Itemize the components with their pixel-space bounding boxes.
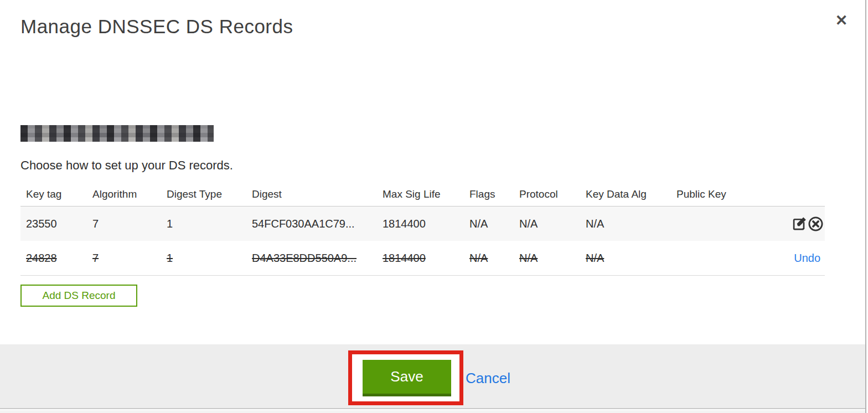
column-header-key-data-alg: Key Data Alg [580, 188, 671, 200]
cell-protocol: N/A [514, 218, 580, 230]
footer-bottom-strip [0, 410, 865, 413]
cell-flags: N/A [464, 252, 514, 265]
column-header-digest-type: Digest Type [161, 188, 246, 200]
cell-key-data-alg: N/A [580, 218, 671, 230]
close-icon[interactable]: ✕ [832, 11, 851, 30]
cell-max-sig-life: 1814400 [377, 218, 464, 230]
column-header-flags: Flags [464, 188, 514, 200]
save-button[interactable]: Save [363, 360, 451, 396]
annotation-highlight-box: Save [348, 350, 463, 405]
table-row-deleted: 24828 7 1 D4A33E8DD550A9... 1814400 N/A … [20, 241, 825, 276]
column-header-public-key: Public Key [671, 188, 786, 200]
instruction-text: Choose how to set up your DS records. [20, 158, 233, 173]
column-header-max-sig-life: Max Sig Life [377, 188, 464, 200]
column-header-algorithm: Algorithm [87, 188, 161, 200]
column-header-protocol: Protocol [514, 188, 580, 200]
edit-icon[interactable] [792, 216, 808, 232]
table-row: 23550 7 1 54FCF030AA1C79... 1814400 N/A … [20, 206, 825, 241]
cell-key-tag: 24828 [20, 252, 87, 265]
cell-digest: 54FCF030AA1C79... [246, 218, 377, 230]
delete-icon[interactable] [808, 216, 824, 232]
cell-digest: D4A33E8DD550A9... [246, 252, 377, 265]
cell-key-data-alg: N/A [580, 252, 671, 265]
cell-key-tag: 23550 [20, 218, 87, 230]
manage-dnssec-dialog: Manage DNSSEC DS Records ✕ Choose how to… [0, 0, 866, 413]
add-ds-record-button[interactable]: Add DS Record [20, 285, 137, 307]
cell-digest-type: 1 [161, 218, 246, 230]
cell-max-sig-life: 1814400 [377, 252, 464, 265]
cell-algorithm: 7 [87, 252, 161, 265]
redacted-domain-name [20, 125, 214, 142]
cell-algorithm: 7 [87, 218, 161, 230]
cell-digest-type: 1 [161, 252, 246, 265]
table-header-row: Key tag Algorithm Digest Type Digest Max… [20, 183, 825, 206]
column-header-digest: Digest [246, 188, 377, 200]
undo-link[interactable]: Undo [794, 252, 824, 265]
cancel-link[interactable]: Cancel [466, 370, 510, 387]
cell-flags: N/A [464, 218, 514, 230]
cell-protocol: N/A [514, 252, 580, 265]
page-title: Manage DNSSEC DS Records [20, 16, 293, 38]
ds-records-table: Key tag Algorithm Digest Type Digest Max… [20, 183, 825, 276]
column-header-key-tag: Key tag [20, 188, 87, 200]
